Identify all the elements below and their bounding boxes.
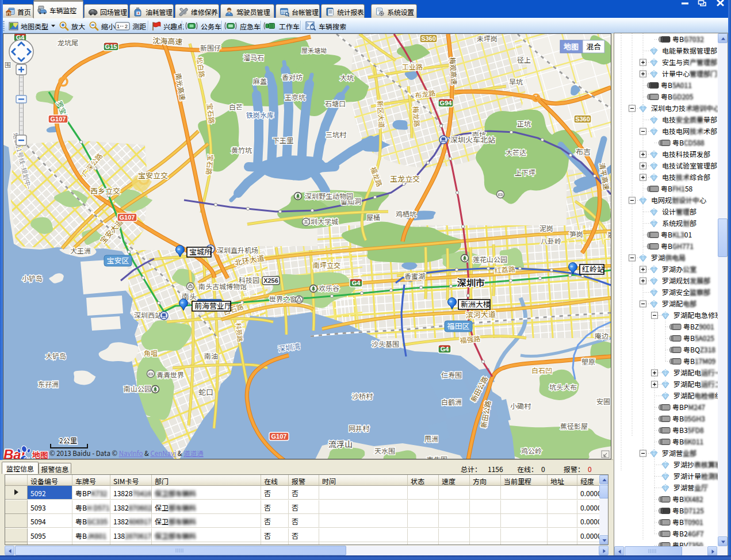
svg-text:红岭站: 红岭站 [582, 263, 604, 274]
svg-text:G4: G4 [352, 279, 361, 286]
svg-text:白石凹: 白石凹 [531, 365, 552, 375]
svg-text:粤BFH158: 粤BFH158 [661, 183, 693, 193]
svg-text:庵边: 庵边 [595, 331, 608, 340]
svg-text:新围仔: 新围仔 [200, 43, 221, 52]
svg-text:安圃: 安圃 [596, 396, 610, 406]
svg-text:粤BT0901: 粤BT0901 [672, 517, 703, 527]
svg-text:S360: S360 [421, 35, 436, 42]
svg-text:电技试验室管理部: 电技试验室管理部 [662, 160, 717, 170]
svg-text:电技技术综合部: 电技技术综合部 [662, 172, 710, 182]
svg-text:世界之窗: 世界之窗 [269, 294, 297, 304]
svg-text:深圳市: 深圳市 [457, 275, 485, 289]
svg-text:粤BPM247: 粤BPM247 [672, 402, 706, 412]
svg-text:莲花山公园: 莲花山公园 [473, 254, 507, 264]
svg-text:围: 围 [5, 60, 11, 69]
svg-text:大芒达: 大芒达 [506, 147, 526, 157]
svg-text:翠: 翠 [607, 230, 611, 240]
svg-text:地图: 地图 [564, 41, 579, 52]
svg-text:2公里: 2公里 [59, 435, 77, 445]
svg-text:小铲岛: 小铲岛 [22, 273, 43, 283]
svg-text:沈海高速: 沈海高速 [152, 34, 183, 47]
svg-text:梅龙路: 梅龙路 [411, 106, 422, 127]
svg-text:深圳火车北站: 深圳火车北站 [450, 134, 495, 145]
svg-text:小磡村: 小磡村 [510, 401, 531, 411]
svg-text:黄竹坑: 黄竹坑 [231, 145, 252, 155]
svg-text:罗湖规划发展部: 罗湖规划发展部 [662, 275, 710, 285]
svg-text:蛇口: 蛇口 [198, 386, 213, 397]
svg-text:du: du [24, 455, 30, 459]
svg-text:白鹤洲: 白鹤洲 [441, 397, 462, 406]
svg-text:大坑: 大坑 [340, 72, 354, 82]
svg-text:电技安全质量量部: 电技安全质量量部 [662, 114, 717, 124]
svg-text:布吉: 布吉 [576, 146, 591, 157]
svg-text:罗湖配电检修组: 罗湖配电检修组 [673, 390, 722, 400]
svg-text:白芒: 白芒 [229, 102, 243, 112]
svg-text:南坪立交: 南坪立交 [313, 260, 340, 270]
svg-text:宝安区: 宝安区 [106, 255, 129, 266]
svg-text:上下坪: 上下坪 [515, 167, 535, 177]
svg-text:东孖洲: 东孖洲 [38, 379, 59, 389]
svg-text:罗湖办公室: 罗湖办公室 [662, 264, 696, 274]
svg-text:玉龙立交: 玉龙立交 [390, 173, 420, 184]
svg-text:仁寿围: 仁寿围 [441, 370, 462, 379]
svg-text:深圳直升机场: 深圳直升机场 [217, 245, 258, 255]
svg-text:新洲大楼: 新洲大楼 [461, 298, 491, 309]
svg-text:粤B05GH3: 粤B05GH3 [672, 413, 705, 423]
svg-text:南油: 南油 [204, 351, 218, 360]
svg-text:粤BGH771: 粤BGH771 [661, 241, 694, 251]
svg-text:电技电网技术术部: 电技电网技术术部 [662, 126, 717, 136]
svg-text:南生围: 南生围 [427, 454, 447, 459]
svg-text:大铲岛: 大铲岛 [45, 351, 66, 360]
svg-text:科技园: 科技园 [239, 275, 259, 285]
svg-text:粤BD7125: 粤BD7125 [672, 505, 704, 515]
svg-text:前海营业厅: 前海营业厅 [194, 300, 232, 311]
svg-text:计量中心管理部门: 计量中心管理部门 [662, 68, 717, 78]
svg-text:滨河大道: 滨河大道 [465, 308, 496, 320]
svg-text:欢乐谷: 欢乐谷 [319, 283, 339, 293]
svg-text:溜马石: 溜马石 [243, 52, 264, 62]
svg-text:南山公园: 南山公园 [124, 383, 151, 393]
svg-text:新区大道: 新区大道 [376, 100, 387, 128]
svg-text:径上: 径上 [517, 55, 531, 64]
svg-text:罗湖营业厅: 罗湖营业厅 [673, 482, 708, 492]
svg-text:鸡公岭: 鸡公岭 [521, 446, 542, 455]
svg-text:电技科技研发部: 电技科技研发部 [662, 149, 710, 159]
svg-text:网井村: 网井村 [349, 423, 370, 433]
svg-text:粤B17M09: 粤B17M09 [683, 356, 716, 366]
svg-text:安生与资产管理部: 安生与资产管理部 [662, 57, 717, 67]
svg-text:地图: 地图 [32, 449, 48, 459]
svg-text:未坪岗: 未坪岗 [477, 34, 497, 43]
svg-text:粤BXX482: 粤BXX482 [672, 494, 703, 504]
svg-text:S360: S360 [575, 116, 590, 122]
svg-text:罗湖营业部: 罗湖营业部 [662, 448, 696, 458]
svg-text:三坑村: 三坑村 [326, 129, 347, 139]
svg-text:G94: G94 [440, 99, 453, 106]
svg-text:角咀: 角咀 [144, 348, 158, 358]
svg-text:沙桥村: 沙桥村 [352, 391, 373, 401]
svg-text:罗湖供电局: 罗湖供电局 [651, 252, 686, 262]
svg-text:深圳西站: 深圳西站 [134, 310, 162, 320]
svg-text:G107: G107 [51, 116, 66, 122]
svg-text:塱原: 塱原 [581, 356, 595, 366]
svg-text:屋桶: 屋桶 [366, 212, 380, 222]
svg-text:系统规划部: 系统规划部 [662, 218, 696, 228]
svg-text:© 2013 Baidu - Data © NavInfo: © 2013 Baidu - Data © NavInfo & CenNavi … [49, 448, 204, 458]
svg-text:罗湖配电部: 罗湖配电部 [662, 298, 696, 308]
svg-text:罗湖抄表核算班: 罗湖抄表核算班 [673, 459, 722, 469]
svg-text:罗湖安全监察部: 罗湖安全监察部 [662, 287, 710, 297]
svg-text:蕉径彭屋: 蕉径彭屋 [560, 421, 588, 431]
svg-text:粤BCD588: 粤BCD588 [672, 137, 705, 147]
svg-text:罗湖计量检测班: 罗湖计量检测班 [673, 471, 722, 481]
svg-text:粤B5A011: 粤B5A011 [661, 80, 692, 90]
svg-text:G4: G4 [441, 346, 450, 352]
svg-text:X256: X256 [263, 277, 278, 284]
svg-text:G107: G107 [271, 433, 287, 440]
svg-text:流浮山: 流浮山 [328, 438, 353, 450]
svg-text:粤BZ9001: 粤BZ9001 [683, 321, 714, 331]
svg-text:下王里: 下王里 [273, 135, 293, 145]
svg-text:粤BG7032: 粤BG7032 [672, 34, 704, 44]
svg-text:龙坑尾: 龙坑尾 [58, 37, 78, 47]
svg-text:笋岗: 笋岗 [569, 229, 583, 239]
svg-text:罗湖配电急修班: 罗湖配电急修班 [673, 310, 722, 320]
svg-text:粤B35FD8: 粤B35FD8 [672, 425, 704, 435]
